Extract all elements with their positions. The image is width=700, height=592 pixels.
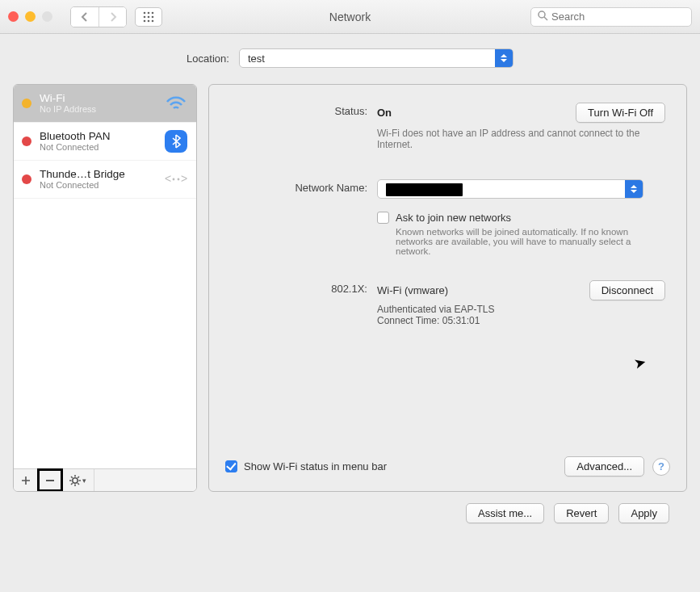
forward-button[interactable] [99,7,126,27]
advanced-button[interactable]: Advanced... [564,456,644,477]
svg-point-3 [144,15,146,18]
service-item-wifi[interactable]: Wi-Fi No IP Address [14,85,196,123]
ask-to-join-help: Known networks will be joined automatica… [396,227,662,256]
svg-line-23 [71,483,73,485]
location-row: Location: test [13,48,687,68]
svg-line-10 [544,17,547,20]
help-button[interactable]: ? [652,458,670,476]
nav-back-forward [70,6,127,27]
svg-text:>: > [181,172,187,185]
add-service-button[interactable] [14,469,38,491]
8021x-profile-name: Wi-Fi (vmware) [377,284,448,296]
mouse-cursor-icon: ➤ [631,352,648,372]
wifi-icon [164,91,188,115]
ask-to-join-checkbox[interactable] [377,212,389,224]
service-item-bluetooth-pan[interactable]: Bluetooth PAN Not Connected [14,123,196,161]
service-item-thunderbolt-bridge[interactable]: Thunde…t Bridge Not Connected < > [14,161,196,199]
apply-button[interactable]: Apply [618,503,669,523]
disconnect-button[interactable]: Disconnect [589,280,665,300]
ask-to-join-label: Ask to join new networks [396,212,662,224]
show-all-prefs-button[interactable] [135,7,162,27]
select-stepper-icon [495,49,513,67]
search-field[interactable] [530,7,692,27]
location-label: Location: [187,52,229,65]
location-value: test [248,52,265,65]
detail-pane: Status: On Turn Wi-Fi Off Wi-Fi does not… [208,84,687,492]
show-status-label: Show Wi-Fi status in menu bar [244,460,387,472]
show-status-checkbox[interactable] [225,460,237,472]
redacted-network-name [386,183,463,196]
search-input[interactable] [551,10,685,23]
network-name-label: Network Name: [224,179,377,256]
bluetooth-icon [164,129,188,153]
svg-point-9 [539,11,545,18]
search-icon [538,10,548,23]
zoom-window-button[interactable] [42,11,52,22]
svg-line-20 [71,477,73,478]
svg-point-15 [73,477,78,482]
8021x-label: 802.1X: [224,280,377,326]
svg-line-22 [78,477,79,478]
status-dot-icon [22,174,31,184]
dialog-footer: Assist me... Revert Apply [13,492,687,523]
svg-point-13 [178,178,180,181]
minus-icon [45,476,55,485]
svg-point-1 [148,11,150,14]
status-description: Wi-Fi does not have an IP address and ca… [377,128,665,150]
svg-point-2 [152,11,154,14]
svg-point-7 [148,19,150,22]
revert-button[interactable]: Revert [554,503,609,523]
svg-line-21 [78,483,79,485]
8021x-connect-time: Connect Time: 05:31:01 [377,315,665,326]
minimize-window-button[interactable] [25,11,36,22]
network-name-select[interactable] [377,179,643,199]
svg-point-12 [173,178,175,181]
8021x-auth-method: Authenticated via EAP-TLS [377,304,665,315]
status-dot-icon [22,136,31,146]
chevron-down-icon: ▾ [82,477,86,485]
sidebar-toolbar: ▾ [14,468,196,491]
svg-text:<: < [165,172,171,185]
svg-point-6 [144,19,146,22]
assist-me-button[interactable]: Assist me... [466,503,544,523]
service-substatus: Not Connected [40,142,156,153]
status-label: Status: [224,103,377,150]
service-name: Thunde…t Bridge [40,168,156,181]
svg-point-8 [152,19,154,22]
back-button[interactable] [71,7,99,27]
service-substatus: Not Connected [40,180,156,191]
svg-point-5 [152,15,154,18]
titlebar: Network [0,0,700,34]
thunderbolt-bridge-icon: < > [164,167,188,191]
plus-icon [21,476,31,485]
service-actions-menu[interactable]: ▾ [62,469,94,491]
window-controls [8,11,52,22]
gear-icon [69,475,81,486]
service-name: Wi-Fi [40,92,156,105]
select-stepper-icon [625,180,643,198]
remove-service-button[interactable] [38,469,62,491]
location-select[interactable]: test [239,48,513,68]
svg-point-4 [148,15,150,18]
toggle-wifi-button[interactable]: Turn Wi-Fi Off [576,103,665,123]
service-list: Wi-Fi No IP Address Bluetooth P [14,85,196,468]
service-sidebar: Wi-Fi No IP Address Bluetooth P [13,84,197,492]
status-dot-icon [22,99,31,108]
status-value: On [377,107,392,119]
close-window-button[interactable] [8,11,19,22]
service-name: Bluetooth PAN [40,130,156,143]
svg-point-0 [144,11,146,14]
service-substatus: No IP Address [40,104,156,115]
